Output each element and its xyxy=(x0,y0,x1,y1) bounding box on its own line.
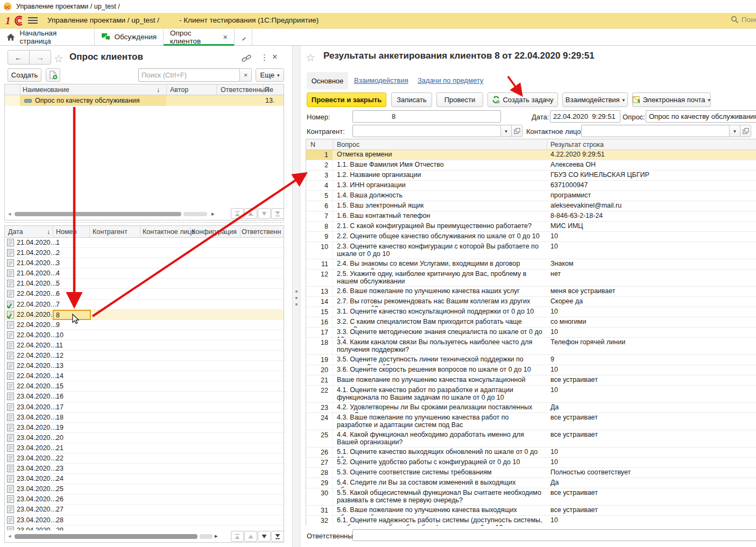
qa-row[interactable]: 12 2.5. Укажите одну, наиболее критичную… xyxy=(306,269,756,287)
document-row[interactable]: 23.04.2020… 28 xyxy=(5,515,284,525)
qa-row[interactable]: 2 1.1. Ваше Фамилия Имя Отчество Алексее… xyxy=(306,160,756,171)
go-last-button[interactable] xyxy=(271,208,284,219)
document-row[interactable]: 23.04.2020… 21 xyxy=(5,443,284,453)
scrollbar-thumb[interactable] xyxy=(15,212,181,216)
contact-dropdown-button[interactable]: ▾ xyxy=(729,125,740,137)
link-icon[interactable] xyxy=(242,54,252,62)
document-row[interactable]: 23.04.2020… 20 xyxy=(5,433,284,443)
document-row[interactable]: 23.04.2020… 25 xyxy=(5,484,284,494)
tab-subject-tasks-link[interactable]: Задачи по предмету xyxy=(418,76,483,84)
surveys-table-header[interactable]: Наименование ↓ Автор Ответственный Пе xyxy=(5,84,284,95)
qa-row[interactable]: 21 Ваше пожелание по улучшению качества … xyxy=(306,375,756,386)
scroll-right-icon[interactable]: ▸ xyxy=(211,210,215,217)
qa-row[interactable]: 8 2.1. С какой конфигурацией Вы преимуще… xyxy=(306,222,756,232)
document-row[interactable]: 22.04.2020… 6 xyxy=(5,289,284,299)
favorite-star-icon[interactable]: ☆ xyxy=(306,51,315,64)
document-row[interactable]: 23.04.2020… 22 xyxy=(5,453,284,464)
col-n[interactable]: N xyxy=(310,141,315,148)
qa-row[interactable]: 31 5.6. Ваше пожелание по улучшению каче… xyxy=(306,506,756,516)
document-row[interactable]: 23.04.2020… 24 xyxy=(5,474,284,484)
document-row[interactable]: 22.04.2020… 12 xyxy=(5,351,284,361)
panel-splitter[interactable] xyxy=(292,46,300,547)
document-row[interactable]: 22.04.2020… 10 xyxy=(5,330,284,340)
number-field[interactable] xyxy=(352,110,501,123)
qa-row[interactable]: 10 2.3. Оцените качество конфигурации с … xyxy=(306,242,756,259)
document-row[interactable]: 22.04.2020… 15 xyxy=(5,381,284,392)
qa-row[interactable]: 23 4.2. Удовлетворены ли Вы сроками реал… xyxy=(306,403,756,413)
col-period[interactable]: Пе xyxy=(265,86,273,94)
qa-row[interactable]: 7 1.6. Ваш контактный телефон 8-846-63-2… xyxy=(306,211,756,222)
document-row[interactable]: 22.04.2020… 11 xyxy=(5,340,284,351)
document-row[interactable]: 21.04.2020… 4 xyxy=(5,268,284,279)
clear-search-button[interactable]: × xyxy=(239,68,252,82)
qa-row[interactable]: 14 2.7. Вы готовы рекомендовать нас Ваши… xyxy=(306,297,756,307)
tab-close-icon[interactable]: × xyxy=(223,32,228,41)
qa-row[interactable]: 18 3.4. Каким каналом связи Вы пользуете… xyxy=(306,338,756,355)
qa-row[interactable]: 3 1.2. Название организации ГБУЗ СО КИНЕ… xyxy=(306,171,756,181)
create-button[interactable]: Создать xyxy=(8,68,41,82)
col-date[interactable]: Дата xyxy=(8,228,23,236)
qa-row[interactable]: 9 2.2. Оцените общее качество обслуживан… xyxy=(306,232,756,242)
document-row[interactable]: 22.04.2020… 7 xyxy=(5,300,284,310)
document-row[interactable]: 23.04.2020… 29 xyxy=(5,525,284,530)
qa-row[interactable]: 15 3.1. Оцените качество консультационно… xyxy=(306,307,756,317)
document-row[interactable]: 22.04.2020… 8 xyxy=(5,310,284,320)
qa-row[interactable]: 30 5.5. Какой общесистемный функционал В… xyxy=(306,488,756,506)
interactions-menu-button[interactable]: Взаимодействия▾ xyxy=(562,93,628,107)
col-author[interactable]: Автор xyxy=(170,86,188,94)
go-first-button[interactable] xyxy=(231,208,244,219)
favorite-star-icon[interactable]: ☆ xyxy=(54,52,63,65)
document-row[interactable]: 23.04.2020… 26 xyxy=(5,494,284,505)
qa-row[interactable]: 26 5.1. Оцените качество выходящих обнов… xyxy=(306,447,756,458)
post-and-close-button[interactable]: Провести и закрыть xyxy=(307,93,386,107)
create-new-group-button[interactable] xyxy=(46,68,60,82)
scrollbar-thumb[interactable] xyxy=(15,534,197,539)
responsible-field[interactable] xyxy=(352,529,756,541)
more-menu-kebab-icon[interactable]: ⋮ xyxy=(260,53,269,62)
tab-discussions[interactable]: Обсуждения xyxy=(95,29,164,45)
tab-main[interactable]: Основное xyxy=(307,72,348,89)
contact-open-button[interactable] xyxy=(740,125,751,137)
global-search[interactable]: Поиск xyxy=(731,16,756,24)
qa-row[interactable]: 5 1.4. Ваша должность программист xyxy=(306,191,756,201)
document-row[interactable]: 21.04.2020… 5 xyxy=(5,279,284,289)
scroll-left-icon[interactable]: ◂ xyxy=(8,532,11,539)
go-last-button[interactable] xyxy=(271,531,284,542)
qa-row[interactable]: 4 1.3. ИНН организации 6371000947 xyxy=(306,181,756,191)
survey-field[interactable]: Опрос по качеству обслуживания xyxy=(646,110,756,123)
tab-survey[interactable]: Опрос клиентов × xyxy=(164,29,235,45)
go-up-button[interactable] xyxy=(244,208,257,219)
col-responsible[interactable]: Ответственный xyxy=(221,86,269,94)
qa-row[interactable]: 17 3.3. Оцените методические знания спец… xyxy=(306,328,756,338)
contractor-open-button[interactable] xyxy=(511,125,522,137)
document-row[interactable]: 23.04.2020… 27 xyxy=(5,505,284,515)
go-up-button[interactable] xyxy=(244,531,257,542)
qa-row[interactable]: 6 1.5. Ваш электронный ящик alekseevakin… xyxy=(306,201,756,211)
back-button[interactable]: ← xyxy=(8,50,30,65)
document-row[interactable]: 23.04.2020… 18 xyxy=(5,413,284,423)
post-button[interactable]: Провести xyxy=(436,93,483,107)
go-first-button[interactable] xyxy=(231,531,244,542)
scroll-right-icon[interactable]: ▸ xyxy=(215,532,218,539)
document-row[interactable]: 21.04.2020… 1 xyxy=(5,238,284,248)
document-row[interactable]: 23.04.2020… 17 xyxy=(5,402,284,413)
save-button[interactable]: Записать xyxy=(391,93,432,107)
search-input[interactable] xyxy=(138,68,240,82)
document-row[interactable]: 22.04.2020… 13 xyxy=(5,361,284,371)
scroll-left-icon[interactable]: ◂ xyxy=(8,210,11,217)
qa-row[interactable]: 28 5.3. Оцените соответствие системы тре… xyxy=(306,468,756,478)
qa-table-header[interactable]: N Вопрос Результат строка xyxy=(306,139,756,150)
email-menu-button[interactable]: Электронная почта▾ xyxy=(632,93,711,107)
document-row[interactable]: 21.04.2020… 2 xyxy=(5,248,284,258)
qa-row[interactable]: 13 2.6. Ваше пожелание по улучшению каче… xyxy=(306,287,756,297)
pin-tabs-button[interactable] xyxy=(235,29,252,45)
document-row[interactable]: 23.04.2020… 23 xyxy=(5,464,284,474)
document-row[interactable]: 22.04.2020… 14 xyxy=(5,371,284,381)
qa-row[interactable]: 1 Отметка времени 4.22.2020 9:29:51 xyxy=(306,150,756,160)
date-field[interactable] xyxy=(550,110,620,123)
qa-row[interactable]: 24 4.3. Ваше пожелание по улучшению каче… xyxy=(306,413,756,430)
col-number[interactable]: Номер xyxy=(56,228,76,236)
col-contractor[interactable]: Контрагент xyxy=(93,228,128,236)
document-row[interactable]: 23.04.2020… 19 xyxy=(5,423,284,433)
qa-row[interactable]: 29 5.4. Следите ли Вы за составом измене… xyxy=(306,478,756,488)
